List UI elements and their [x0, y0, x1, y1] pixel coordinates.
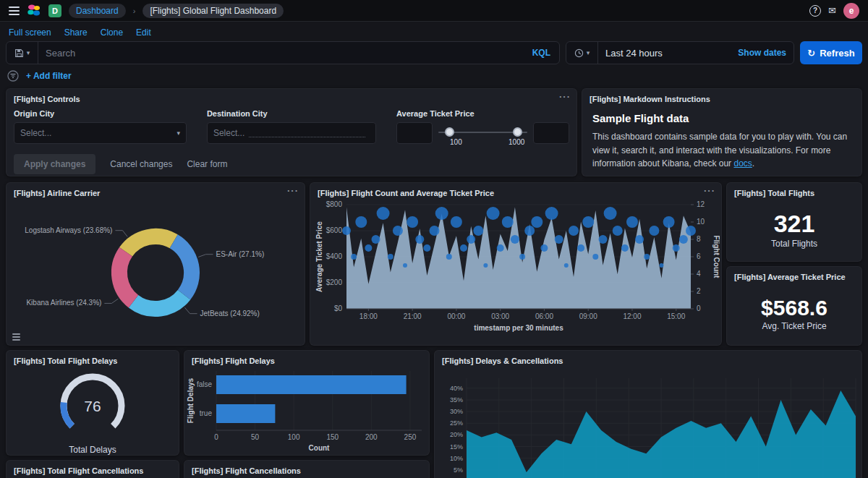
destination-city-label: Destination City: [207, 109, 376, 118]
slider-max-label: 1000: [509, 138, 524, 146]
panel-title: [Flights] Flight Delays: [184, 351, 429, 367]
svg-text:10: 10: [697, 218, 705, 226]
menu-icon[interactable]: [9, 7, 20, 15]
svg-text:false: false: [197, 380, 213, 388]
time-menu-button[interactable]: ▾: [566, 42, 598, 64]
svg-text:ES-Air (27.1%): ES-Air (27.1%): [216, 250, 265, 258]
svg-text:2: 2: [697, 287, 701, 295]
clone-button[interactable]: Clone: [101, 27, 123, 38]
panel-title: [Flights] Flight Count and Average Ticke…: [310, 183, 721, 199]
svg-text:$0: $0: [334, 304, 343, 312]
svg-text:12: 12: [697, 200, 705, 208]
filter-bar: + Add filter: [7, 68, 72, 84]
svg-text:18:00: 18:00: [359, 312, 378, 320]
query-bar: ▾ KQL ▾ Last 24 hours Show dates ↻ Refre…: [6, 41, 862, 64]
svg-text:Count: Count: [309, 444, 331, 452]
svg-text:200: 200: [365, 433, 378, 441]
panel-title: [Flights] Total Flight Delays: [7, 351, 179, 367]
price-range-slider[interactable]: 100 1000: [438, 122, 527, 147]
save-icon: [14, 48, 24, 58]
gauge-label: Total Delays: [69, 445, 116, 455]
full-screen-button[interactable]: Full screen: [9, 27, 51, 38]
svg-text:timestamp per 30 minutes: timestamp per 30 minutes: [474, 324, 563, 332]
svg-text:35%: 35%: [450, 396, 463, 404]
svg-text:Logstash Airways (23.68%): Logstash Airways (23.68%): [25, 226, 112, 234]
saved-queries-button[interactable]: ▾: [7, 42, 38, 64]
svg-text:8: 8: [697, 235, 701, 243]
svg-text:100: 100: [288, 433, 300, 441]
price-max-input[interactable]: [533, 122, 569, 144]
chevron-down-icon: ▾: [587, 49, 590, 56]
breadcrumb-current[interactable]: [Flights] Global Flight Dashboard: [142, 4, 284, 18]
panel-total-flight-cancellations: [Flights] Total Flight Cancellations: [6, 460, 179, 478]
price-min-input[interactable]: [396, 122, 433, 144]
breadcrumb-dashboard[interactable]: Dashboard: [69, 4, 126, 18]
svg-text:0: 0: [697, 304, 701, 312]
total-delays-gauge-chart[interactable]: 76: [7, 367, 178, 442]
airline-carrier-donut-chart[interactable]: Logstash Airways (23.68%)ES-Air (27.1%)J…: [7, 199, 305, 346]
svg-text:06:00: 06:00: [535, 312, 553, 320]
mail-icon[interactable]: ✉: [828, 5, 836, 16]
svg-text:20%: 20%: [450, 431, 463, 438]
metric-value: 321: [774, 211, 815, 237]
svg-text:40%: 40%: [450, 385, 463, 392]
search-input[interactable]: [38, 48, 524, 59]
delays-cancellations-area-chart[interactable]: 5%10%15%20%25%30%35%40%: [438, 367, 861, 478]
svg-text:15:00: 15:00: [667, 312, 685, 320]
panel-options-icon[interactable]: ···: [559, 91, 571, 102]
origin-city-label: Origin City: [14, 109, 187, 118]
kql-toggle[interactable]: KQL: [524, 48, 559, 58]
apply-changes-button[interactable]: Apply changes: [14, 154, 95, 174]
origin-city-select[interactable]: Select... ▾: [14, 122, 187, 144]
svg-text:50: 50: [251, 433, 260, 441]
slider-handle-min[interactable]: [445, 127, 454, 137]
add-filter-button[interactable]: + Add filter: [26, 71, 72, 81]
avg-ticket-price-metric: $568.6 Avg. Ticket Price: [727, 283, 861, 345]
panel-total-flight-delays: [Flights] Total Flight Delays 76 Total D…: [6, 350, 179, 456]
metric-label: Avg. Ticket Price: [762, 321, 826, 331]
metric-value: $568.6: [761, 296, 827, 320]
refresh-button[interactable]: ↻ Refresh: [800, 41, 862, 64]
flight-count-price-chart[interactable]: $0$200$400$600$80002468101218:0021:0000:…: [313, 199, 721, 346]
flight-delays-bar-chart[interactable]: 050100150200250falsetrueCountFlight Dela…: [184, 367, 429, 456]
filter-icon[interactable]: [7, 70, 19, 82]
docs-link[interactable]: docs: [733, 158, 752, 168]
cancel-changes-button[interactable]: Cancel changes: [110, 159, 172, 169]
show-dates-button[interactable]: Show dates: [731, 48, 793, 58]
legend-toggle-icon[interactable]: [12, 333, 20, 341]
panel-title: [Flights] Delays & Cancellations: [435, 351, 861, 367]
svg-text:250: 250: [404, 433, 417, 441]
svg-text:12:00: 12:00: [623, 312, 641, 320]
svg-text:25%: 25%: [450, 419, 463, 427]
panel-options-icon[interactable]: ···: [704, 185, 715, 196]
svg-text:JetBeats (24.92%): JetBeats (24.92%): [200, 310, 260, 317]
share-button[interactable]: Share: [64, 27, 88, 38]
panel-title: [Flights] Flight Cancellations: [184, 461, 429, 477]
panel-title: [Flights] Total Flight Cancellations: [7, 461, 179, 477]
space-avatar[interactable]: D: [48, 4, 61, 17]
panel-total-flights: [Flights] Total Flights 321 Total Flight…: [726, 182, 862, 262]
svg-text:00:00: 00:00: [447, 312, 465, 320]
svg-text:76: 76: [84, 398, 101, 414]
edit-button[interactable]: Edit: [136, 27, 151, 38]
help-icon[interactable]: ?: [809, 5, 821, 17]
panel-options-icon[interactable]: ···: [287, 185, 299, 196]
svg-text:4: 4: [697, 270, 701, 278]
time-range-label[interactable]: Last 24 hours: [598, 48, 731, 59]
slider-handle-max[interactable]: [513, 127, 522, 137]
panel-avg-ticket-price: [Flights] Average Ticket Price $568.6 Av…: [726, 266, 862, 346]
destination-city-select[interactable]: Select...: [207, 122, 376, 144]
panel-title: [Flights] Total Flights: [727, 183, 861, 199]
placeholder-dots: [249, 129, 365, 137]
clear-form-button[interactable]: Clear form: [187, 159, 227, 169]
svg-text:10%: 10%: [450, 455, 463, 462]
svg-text:$600: $600: [326, 226, 343, 234]
total-flights-metric: 321 Total Flights: [727, 199, 861, 261]
chevron-down-icon: ▾: [27, 49, 30, 56]
slider-min-label: 100: [450, 138, 462, 146]
panel-title: [Flights] Airline Carrier: [7, 183, 305, 199]
elastic-logo[interactable]: [27, 4, 41, 18]
svg-text:$200: $200: [326, 278, 343, 286]
user-avatar[interactable]: e: [843, 3, 859, 19]
svg-text:03:00: 03:00: [491, 312, 509, 320]
